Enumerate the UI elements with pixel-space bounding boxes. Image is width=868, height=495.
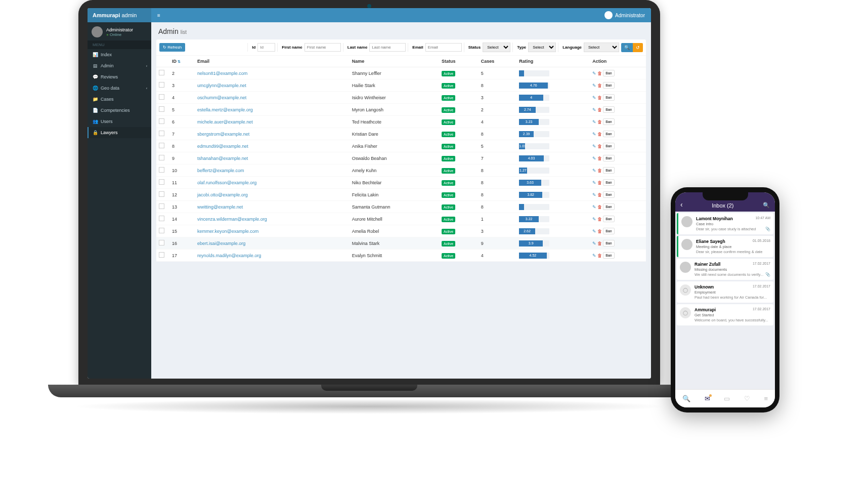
row-checkbox[interactable] — [159, 191, 164, 197]
email-link[interactable]: beffertz@example.com — [197, 168, 244, 173]
email-link[interactable]: vincenza.wilderman@example.org — [197, 217, 267, 222]
row-checkbox[interactable] — [159, 106, 164, 112]
delete-icon[interactable]: 🗑 — [597, 168, 602, 173]
edit-icon[interactable]: ✎ — [592, 168, 596, 173]
reset-button[interactable]: ↺ — [633, 43, 643, 52]
sidebar-toggle[interactable]: ≡ — [151, 13, 166, 18]
inbox-message[interactable]: Eliane SayeghMeeting date & placeDear si… — [677, 236, 773, 257]
sidebar-item-reviews[interactable]: 💬Reviews — [88, 71, 151, 82]
row-checkbox[interactable] — [159, 240, 164, 245]
ban-button[interactable]: Ban — [603, 131, 614, 137]
delete-icon[interactable]: 🗑 — [597, 83, 602, 88]
filter-email-input[interactable] — [425, 43, 462, 52]
edit-icon[interactable]: ✎ — [592, 217, 596, 222]
filter-type-select[interactable]: Select — [528, 43, 556, 52]
ban-button[interactable]: Ban — [603, 167, 614, 174]
edit-icon[interactable]: ✎ — [592, 156, 596, 161]
edit-icon[interactable]: ✎ — [592, 192, 596, 197]
edit-icon[interactable]: ✎ — [592, 107, 596, 112]
inbox-message[interactable]: ◯AmmurapiGet StartedWelcome on board, yo… — [677, 304, 773, 325]
sidebar-item-lawyers[interactable]: 🔒Lawyers — [88, 127, 151, 138]
row-checkbox[interactable] — [159, 82, 164, 88]
edit-icon[interactable]: ✎ — [592, 241, 596, 246]
edit-icon[interactable]: ✎ — [592, 95, 596, 100]
delete-icon[interactable]: 🗑 — [597, 95, 602, 100]
sort-icon[interactable]: ⇅ — [178, 60, 181, 63]
tab-favorites-icon[interactable]: ♡ — [744, 395, 750, 402]
ban-button[interactable]: Ban — [603, 94, 614, 101]
inbox-message[interactable]: Lamont MoynihanCase introDear sir, you c… — [677, 213, 773, 234]
email-link[interactable]: reynolds.madilyn@example.org — [197, 253, 261, 258]
edit-icon[interactable]: ✎ — [592, 253, 596, 258]
email-link[interactable]: jacobi.otto@example.org — [197, 192, 248, 197]
email-link[interactable]: oschumm@example.net — [197, 95, 246, 100]
sidebar-item-admin[interactable]: ▤Admin‹ — [88, 60, 151, 71]
row-checkbox[interactable] — [159, 228, 164, 233]
edit-icon[interactable]: ✎ — [592, 83, 596, 88]
delete-icon[interactable]: 🗑 — [597, 71, 602, 76]
email-link[interactable]: nelson81@example.com — [197, 71, 247, 76]
delete-icon[interactable]: 🗑 — [597, 192, 602, 197]
row-checkbox[interactable] — [159, 203, 164, 209]
row-checkbox[interactable] — [159, 70, 164, 75]
delete-icon[interactable]: 🗑 — [597, 229, 602, 234]
email-link[interactable]: sbergstrom@example.net — [197, 132, 249, 137]
ban-button[interactable]: Ban — [603, 240, 614, 246]
ban-button[interactable]: Ban — [603, 82, 614, 89]
sidebar-item-geo-data[interactable]: 🌐Geo data‹ — [88, 82, 151, 94]
search-button[interactable]: 🔍 — [621, 43, 633, 52]
ban-button[interactable]: Ban — [603, 191, 614, 198]
edit-icon[interactable]: ✎ — [592, 204, 596, 210]
email-link[interactable]: ebert.isai@example.org — [197, 241, 245, 246]
delete-icon[interactable]: 🗑 — [597, 107, 602, 112]
delete-icon[interactable]: 🗑 — [597, 217, 602, 222]
delete-icon[interactable]: 🗑 — [597, 132, 602, 137]
tab-settings-icon[interactable]: ≡ — [764, 395, 768, 402]
search-icon[interactable]: 🔍 — [763, 202, 770, 209]
filter-lastname-input[interactable] — [369, 43, 406, 52]
ban-button[interactable]: Ban — [603, 106, 614, 113]
filter-id-input[interactable] — [257, 43, 275, 52]
brand-logo[interactable]: Ammurapiadmin — [88, 8, 151, 22]
row-checkbox[interactable] — [159, 216, 164, 221]
delete-icon[interactable]: 🗑 — [597, 119, 602, 125]
topbar-user-menu[interactable]: Administrator — [604, 11, 651, 19]
email-link[interactable]: edmund99@example.net — [197, 144, 248, 149]
delete-icon[interactable]: 🗑 — [597, 180, 602, 185]
sidebar-item-index[interactable]: 📊Index — [88, 49, 151, 60]
ban-button[interactable]: Ban — [603, 143, 614, 149]
ban-button[interactable]: Ban — [603, 155, 614, 161]
edit-icon[interactable]: ✎ — [592, 71, 596, 76]
sidebar-item-users[interactable]: 👥Users — [88, 116, 151, 127]
row-checkbox[interactable] — [159, 155, 164, 160]
edit-icon[interactable]: ✎ — [592, 119, 596, 125]
email-link[interactable]: wwitting@example.net — [197, 204, 243, 210]
ban-button[interactable]: Ban — [603, 203, 614, 210]
ban-button[interactable]: Ban — [603, 118, 614, 125]
ban-button[interactable]: Ban — [603, 70, 614, 76]
row-checkbox[interactable] — [159, 143, 164, 148]
row-checkbox[interactable] — [159, 131, 164, 136]
filter-language-select[interactable]: Select — [584, 43, 619, 52]
row-checkbox[interactable] — [159, 167, 164, 173]
edit-icon[interactable]: ✎ — [592, 132, 596, 137]
ban-button[interactable]: Ban — [603, 179, 614, 186]
delete-icon[interactable]: 🗑 — [597, 241, 602, 246]
tab-files-icon[interactable]: ▭ — [724, 395, 730, 402]
sidebar-item-competencies[interactable]: 📄Competencies — [88, 105, 151, 116]
row-checkbox[interactable] — [159, 118, 164, 124]
row-checkbox[interactable] — [159, 179, 164, 185]
edit-icon[interactable]: ✎ — [592, 144, 596, 149]
delete-icon[interactable]: 🗑 — [597, 204, 602, 210]
row-checkbox[interactable] — [159, 252, 164, 258]
email-link[interactable]: tshanahan@example.net — [197, 156, 248, 161]
email-link[interactable]: michele.auer@example.net — [197, 119, 253, 125]
edit-icon[interactable]: ✎ — [592, 229, 596, 234]
email-link[interactable]: estella.mertz@example.org — [197, 107, 253, 112]
refresh-button[interactable]: ↻ Refresh — [159, 43, 185, 52]
ban-button[interactable]: Ban — [603, 216, 614, 222]
ban-button[interactable]: Ban — [603, 252, 614, 259]
email-link[interactable]: olaf.runolfsson@example.org — [197, 180, 256, 185]
edit-icon[interactable]: ✎ — [592, 180, 596, 185]
ban-button[interactable]: Ban — [603, 228, 614, 234]
